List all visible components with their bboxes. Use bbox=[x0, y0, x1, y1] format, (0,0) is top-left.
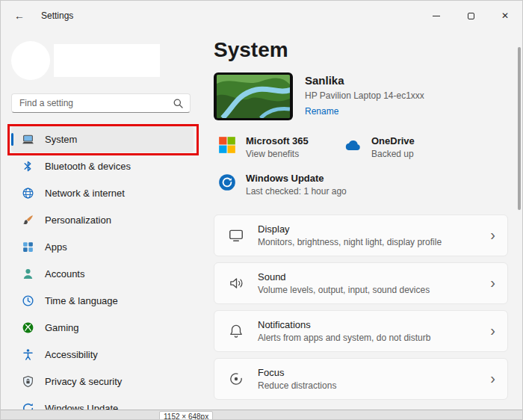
maximize-button[interactable] bbox=[454, 1, 488, 31]
sidebar-item-label: System bbox=[45, 134, 77, 145]
privacy-icon bbox=[22, 375, 34, 388]
status-tiles: Microsoft 365 View benefits OneDrive Bac… bbox=[217, 135, 508, 197]
sidebar-item-apps[interactable]: Apps bbox=[11, 234, 194, 260]
device-info: Sanlika HP Pavilion Laptop 14-ec1xxx Ren… bbox=[305, 72, 424, 117]
sidebar-item-gaming[interactable]: Gaming bbox=[11, 315, 194, 341]
card-title: Focus bbox=[258, 367, 336, 378]
device-thumbnail bbox=[214, 72, 293, 120]
sidebar-nav: System Bluetooth & devices Network & int… bbox=[11, 126, 194, 420]
card-sound[interactable]: Sound Volume levels, output, input, soun… bbox=[214, 262, 508, 304]
display-icon bbox=[228, 227, 244, 244]
page-title: System bbox=[214, 38, 508, 62]
chevron-right-icon: › bbox=[490, 371, 495, 388]
app-body: System Bluetooth & devices Network & int… bbox=[1, 31, 522, 411]
card-title: Display bbox=[258, 223, 442, 235]
sidebar: System Bluetooth & devices Network & int… bbox=[1, 31, 202, 411]
focus-icon bbox=[228, 371, 244, 387]
sidebar-item-personalization[interactable]: Personalization bbox=[11, 207, 194, 233]
card-text: Display Monitors, brightness, night ligh… bbox=[258, 223, 442, 247]
card-text: Sound Volume levels, output, input, soun… bbox=[258, 271, 430, 295]
window-title: Settings bbox=[41, 10, 73, 21]
tile-title: Windows Update bbox=[246, 173, 347, 184]
card-notifications[interactable]: Notifications Alerts from apps and syste… bbox=[214, 310, 508, 352]
card-focus[interactable]: Focus Reduce distractions › bbox=[214, 358, 508, 400]
settings-window: ← Settings ✕ Syste bbox=[0, 0, 523, 420]
onedrive-icon bbox=[343, 135, 362, 155]
sidebar-item-time-language[interactable]: Time & language bbox=[11, 288, 194, 314]
card-display[interactable]: Display Monitors, brightness, night ligh… bbox=[214, 214, 508, 256]
close-icon: ✕ bbox=[501, 10, 509, 21]
card-title: Notifications bbox=[258, 319, 430, 330]
chevron-right-icon: › bbox=[490, 275, 495, 292]
windows-update-status-icon bbox=[217, 173, 237, 192]
close-button[interactable]: ✕ bbox=[488, 1, 522, 31]
microsoft-365-icon bbox=[217, 135, 237, 155]
tile-subtitle: Last checked: 1 hour ago bbox=[246, 186, 347, 197]
tile-windows-update[interactable]: Windows Update Last checked: 1 hour ago bbox=[217, 173, 508, 197]
back-icon: ← bbox=[14, 10, 25, 22]
sound-icon bbox=[228, 275, 244, 291]
profile-area[interactable] bbox=[11, 41, 194, 80]
sidebar-item-label: Network & internet bbox=[45, 188, 125, 199]
tile-text: Microsoft 365 View benefits bbox=[246, 135, 309, 159]
search-icon bbox=[173, 98, 183, 108]
card-title: Sound bbox=[258, 271, 430, 282]
bluetooth-icon bbox=[22, 160, 34, 173]
tile-text: Windows Update Last checked: 1 hour ago bbox=[246, 173, 347, 197]
card-text: Notifications Alerts from apps and syste… bbox=[258, 319, 430, 343]
tile-onedrive[interactable]: OneDrive Backed up bbox=[343, 135, 508, 159]
apps-icon bbox=[22, 241, 34, 253]
minimize-button[interactable] bbox=[419, 1, 454, 31]
titlebar: ← Settings ✕ bbox=[1, 1, 522, 31]
sidebar-item-label: Privacy & security bbox=[45, 376, 122, 387]
sidebar-item-label: Time & language bbox=[45, 295, 118, 306]
tile-microsoft-365[interactable]: Microsoft 365 View benefits bbox=[217, 135, 343, 159]
system-icon bbox=[22, 133, 34, 146]
sidebar-item-bluetooth-devices[interactable]: Bluetooth & devices bbox=[11, 153, 194, 179]
sidebar-item-label: Bluetooth & devices bbox=[45, 161, 131, 172]
rename-link[interactable]: Rename bbox=[305, 106, 338, 117]
avatar bbox=[11, 41, 50, 80]
device-model: HP Pavilion Laptop 14-ec1xxx bbox=[305, 90, 424, 101]
accessibility-icon bbox=[22, 348, 34, 361]
notifications-icon bbox=[228, 323, 244, 339]
card-subtitle: Volume levels, output, input, sound devi… bbox=[258, 285, 430, 295]
sidebar-item-network-internet[interactable]: Network & internet bbox=[11, 180, 194, 206]
chevron-right-icon: › bbox=[490, 323, 495, 340]
search-input[interactable] bbox=[11, 93, 191, 113]
tile-subtitle: Backed up bbox=[371, 149, 415, 159]
device-info-row: Sanlika HP Pavilion Laptop 14-ec1xxx Ren… bbox=[214, 72, 508, 120]
maximize-icon bbox=[468, 13, 474, 19]
chevron-right-icon: › bbox=[490, 227, 495, 244]
card-text: Focus Reduce distractions bbox=[258, 367, 336, 391]
time-language-icon bbox=[22, 294, 34, 307]
tile-subtitle[interactable]: View benefits bbox=[246, 149, 309, 159]
main-content: System Sanlika HP Pavilion Laptop 14-ec1… bbox=[202, 31, 522, 411]
sidebar-item-accessibility[interactable]: Accessibility bbox=[11, 342, 194, 368]
searchbox bbox=[11, 93, 194, 113]
bottom-strip: 1152 × 648px bbox=[1, 410, 522, 419]
sidebar-item-label: Accounts bbox=[45, 268, 84, 280]
gaming-icon bbox=[22, 321, 34, 334]
sidebar-item-privacy-security[interactable]: Privacy & security bbox=[11, 368, 194, 395]
sidebar-item-label: Apps bbox=[45, 241, 67, 253]
minimize-icon bbox=[433, 16, 440, 16]
back-button[interactable]: ← bbox=[8, 6, 31, 25]
card-subtitle: Alerts from apps and system, do not dist… bbox=[258, 333, 430, 343]
tile-text: OneDrive Backed up bbox=[371, 135, 415, 159]
network-icon bbox=[22, 187, 34, 200]
tile-title: OneDrive bbox=[371, 135, 415, 146]
sidebar-item-system[interactable]: System bbox=[11, 126, 194, 152]
sidebar-item-accounts[interactable]: Accounts bbox=[11, 261, 194, 287]
scrollbar[interactable] bbox=[518, 47, 521, 210]
sidebar-item-label: Accessibility bbox=[45, 349, 98, 360]
card-subtitle: Reduce distractions bbox=[258, 380, 336, 391]
profile-name-block bbox=[54, 44, 160, 77]
settings-cards: Display Monitors, brightness, night ligh… bbox=[214, 214, 508, 400]
accounts-icon bbox=[22, 268, 34, 280]
tile-title: Microsoft 365 bbox=[246, 135, 309, 146]
card-subtitle: Monitors, brightness, night light, displ… bbox=[258, 237, 442, 247]
sidebar-item-label: Gaming bbox=[45, 322, 79, 333]
personalization-icon bbox=[22, 214, 34, 226]
sidebar-item-label: Personalization bbox=[45, 214, 111, 226]
